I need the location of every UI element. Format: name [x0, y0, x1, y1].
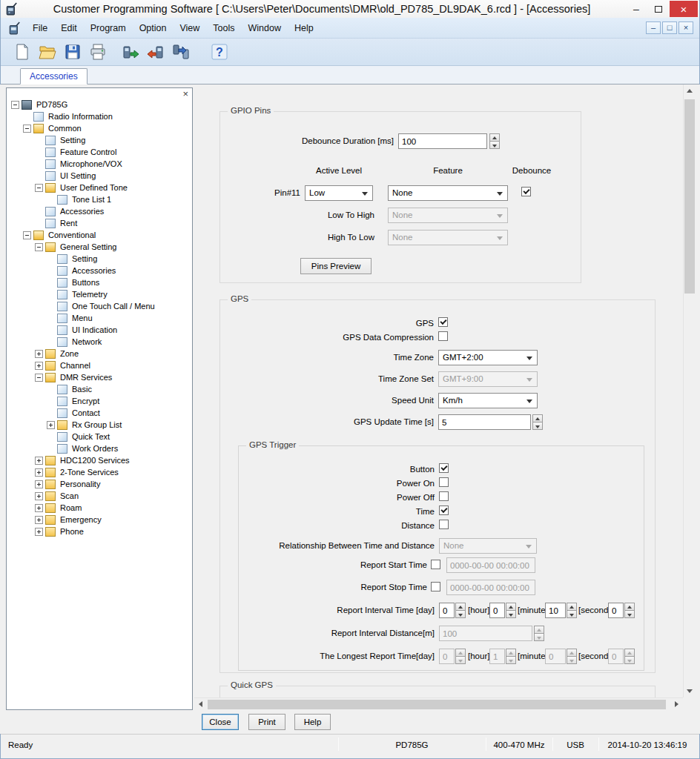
- expand-icon[interactable]: [35, 480, 43, 488]
- tree-item-dmr-services[interactable]: DMR Services: [7, 371, 191, 383]
- menu-view[interactable]: View: [173, 20, 206, 36]
- gps-checkbox[interactable]: [438, 317, 448, 327]
- trigger-power-on-checkbox[interactable]: [439, 477, 449, 487]
- tree-item-contact[interactable]: Contact: [7, 407, 191, 419]
- expand-icon[interactable]: [35, 528, 43, 536]
- minimize-button[interactable]: –: [625, 1, 647, 17]
- scroll-right-button[interactable]: [670, 698, 683, 710]
- pin11-feature-select[interactable]: None: [388, 185, 508, 201]
- interval-second-input[interactable]: [608, 603, 624, 618]
- menu-program[interactable]: Program: [84, 20, 133, 36]
- tree-item-accessories[interactable]: Accessories: [7, 205, 191, 217]
- expand-icon[interactable]: [35, 492, 43, 500]
- tree-item-radio-information[interactable]: Radio Information: [7, 110, 191, 122]
- menu-file[interactable]: File: [26, 20, 54, 36]
- trigger-distance-checkbox[interactable]: [439, 520, 449, 529]
- pin11-active-level-select[interactable]: Low: [305, 185, 373, 201]
- interval-hour-input[interactable]: [489, 603, 505, 618]
- tree-item-quick-text[interactable]: Quick Text: [7, 431, 191, 443]
- interval-minute-spinner[interactable]: [567, 603, 577, 618]
- scroll-down-button[interactable]: [684, 685, 696, 697]
- trigger-time-checkbox[interactable]: [439, 506, 449, 515]
- save-button[interactable]: [62, 41, 84, 63]
- new-file-button[interactable]: [11, 41, 33, 63]
- print-button[interactable]: [87, 41, 109, 63]
- collapse-icon[interactable]: [23, 125, 31, 133]
- tree-panel-close-icon[interactable]: ×: [182, 89, 188, 99]
- mdi-minimize-button[interactable]: –: [646, 21, 661, 34]
- mdi-restore-button[interactable]: □: [662, 21, 677, 34]
- open-file-button[interactable]: [36, 41, 59, 63]
- tree-item-accessories[interactable]: Accessories: [7, 265, 191, 276]
- interval-second-spinner[interactable]: [624, 603, 635, 618]
- spin-down-icon[interactable]: [624, 610, 635, 618]
- horizontal-scroll-thumb[interactable]: [208, 700, 666, 709]
- interval-minute-input[interactable]: [545, 603, 566, 618]
- close-window-button[interactable]: ×: [670, 1, 698, 17]
- trigger-button-checkbox[interactable]: [439, 463, 449, 473]
- tree-item-user-defined-tone[interactable]: User Defined Tone: [7, 182, 191, 193]
- tree-item-hdc1200-services[interactable]: HDC1200 Services: [7, 454, 191, 466]
- expand-icon[interactable]: [35, 350, 43, 358]
- speed-unit-select[interactable]: Km/h: [438, 393, 538, 408]
- report-start-time-checkbox[interactable]: [431, 560, 440, 569]
- tree-item-zone[interactable]: Zone: [7, 348, 191, 359]
- tree-item-common[interactable]: Common: [7, 122, 191, 134]
- tree-item-network[interactable]: Network: [7, 336, 191, 348]
- expand-icon[interactable]: [35, 468, 43, 477]
- tree-item-setting[interactable]: Setting: [7, 253, 191, 265]
- gps-data-compression-checkbox[interactable]: [438, 331, 448, 341]
- tree-item-basic[interactable]: Basic: [7, 383, 191, 395]
- gps-update-time-spinner[interactable]: [532, 414, 543, 430]
- trigger-power-off-checkbox[interactable]: [439, 491, 449, 501]
- pin11-debounce-checkbox[interactable]: [521, 187, 531, 196]
- expand-icon[interactable]: [35, 516, 43, 524]
- tree-item-channel[interactable]: Channel: [7, 359, 191, 371]
- spin-down-icon[interactable]: [506, 610, 516, 618]
- tree-item-rent[interactable]: Rent: [7, 217, 191, 229]
- collapse-icon[interactable]: [11, 101, 19, 109]
- collapse-icon[interactable]: [35, 374, 43, 382]
- menu-help[interactable]: Help: [288, 20, 320, 36]
- pins-preview-button[interactable]: Pins Preview: [300, 258, 372, 274]
- tree-item-one-touch-call-menu[interactable]: One Touch Call / Menu: [7, 300, 191, 312]
- tree-item-ui-indication[interactable]: UI Indication: [7, 324, 191, 336]
- close-button[interactable]: Close: [202, 714, 239, 730]
- tree-item-feature-control[interactable]: Feature Control: [7, 146, 191, 158]
- help-button[interactable]: ?: [208, 41, 231, 63]
- expand-icon[interactable]: [47, 421, 55, 429]
- tree-item-telemetry[interactable]: Telemetry: [7, 288, 191, 300]
- horizontal-scrollbar[interactable]: [194, 697, 683, 709]
- print-button-footer[interactable]: Print: [248, 714, 285, 730]
- menu-edit[interactable]: Edit: [54, 20, 84, 36]
- tree-item-tone-list-1[interactable]: Tone List 1: [7, 193, 191, 205]
- help-button-footer[interactable]: Help: [294, 714, 331, 730]
- tab-accessories[interactable]: Accessories: [20, 68, 88, 84]
- tree-item-personality[interactable]: Personality: [7, 478, 191, 490]
- interval-day-input[interactable]: [439, 603, 455, 618]
- menu-option[interactable]: Option: [133, 20, 174, 36]
- debounce-duration-input[interactable]: [398, 133, 487, 149]
- clone-radio-button[interactable]: [170, 41, 192, 63]
- tree-item-phone[interactable]: Phone: [7, 526, 191, 537]
- tree-item-general-setting[interactable]: General Setting: [7, 241, 191, 253]
- vertical-scroll-thumb[interactable]: [684, 99, 695, 294]
- tree-item-2-tone-services[interactable]: 2-Tone Services: [7, 466, 191, 478]
- read-from-radio-button[interactable]: [119, 41, 142, 63]
- interval-hour-spinner[interactable]: [506, 603, 516, 618]
- scroll-left-button[interactable]: [194, 698, 207, 710]
- tree-item-menu[interactable]: Menu: [7, 312, 191, 324]
- spin-down-icon[interactable]: [567, 610, 577, 618]
- mdi-close-button[interactable]: ×: [678, 21, 693, 34]
- debounce-duration-spinner[interactable]: [489, 133, 500, 149]
- tree-item-microphone-vox[interactable]: Microphone/VOX: [7, 158, 191, 170]
- spin-down-icon[interactable]: [455, 610, 466, 618]
- time-zone-select[interactable]: GMT+2:00: [438, 350, 538, 365]
- tree-item-rx-group-list[interactable]: Rx Group List: [7, 419, 191, 431]
- report-stop-time-checkbox[interactable]: [431, 582, 440, 591]
- tree-item-work-orders[interactable]: Work Orders: [7, 443, 191, 454]
- gps-update-time-input[interactable]: [438, 414, 531, 430]
- spin-down-icon[interactable]: [532, 422, 543, 430]
- tree-item-buttons[interactable]: Buttons: [7, 276, 191, 288]
- expand-icon[interactable]: [35, 504, 43, 512]
